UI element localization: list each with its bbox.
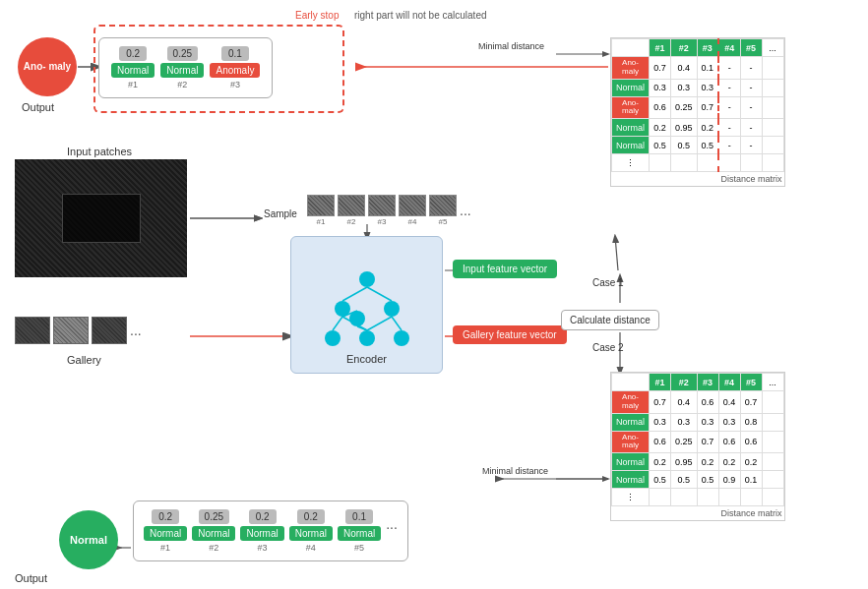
top-r3c2: 0.25 [671,96,698,119]
result-value-1: 0.2 [119,46,147,61]
sample-patch-col-1: #1 [307,195,335,226]
top-r4c1: 0.2 [650,119,671,137]
bot-r1c1: 0.7 [650,391,671,414]
top-r2c2: 0.3 [671,79,698,96]
top-r5c5: - [740,137,762,154]
sample-num-2: #2 [347,217,356,226]
sample-num-5: #5 [439,217,448,226]
minimal-distance-bottom-label: Minimal distance [482,466,548,476]
bottom-matrix-table: #1 #2 #3 #4 #5 ... Ano-maly 0.7 0.4 0.6 … [611,373,784,506]
sample-num-3: #3 [378,217,387,226]
bottom-result-bar: 0.2 Normal #1 0.25 Normal #2 0.2 Normal … [133,501,408,561]
sample-patch-1 [307,195,335,216]
bottom-result-num-3: #3 [258,543,268,553]
bottom-result-item-4: 0.2 Normal #4 [289,509,333,553]
gallery-feature-vector-label: Gallery feature vector [453,325,567,344]
top-r4c5: - [740,119,762,137]
top-matrix-table: #1 #2 #3 #4 #5 ... Ano-maly 0.7 0.4 0.1 … [611,38,784,172]
sample-label: Sample [264,208,297,219]
bot-r3c3: 0.7 [697,431,718,453]
sample-patch-4 [399,195,426,216]
table-row: Ano-maly 0.7 0.4 0.1 - - [612,57,784,80]
bot-matrix-header-2: #2 [671,374,698,391]
result-value-3: 0.1 [221,46,249,61]
table-row: Normal 0.2 0.95 0.2 0.2 0.2 [612,453,784,471]
bot-r1c3: 0.6 [697,391,718,414]
bottom-result-value-5: 0.1 [345,509,373,524]
bot-r3c2: 0.25 [671,431,698,453]
sample-patch-col-5: #5 [429,195,457,226]
top-r5c3: 0.5 [697,137,718,154]
distance-matrix-top: #1 #2 #3 #4 #5 ... Ano-maly 0.7 0.4 0.1 … [610,37,785,187]
main-image-dark-region [62,194,141,243]
bottom-result-item-2: 0.25 Normal #2 [192,509,235,553]
gallery-patch-1 [15,317,50,344]
sample-patch-col-4: #4 [399,195,426,226]
bottom-result-num-4: #4 [306,543,316,553]
top-r5c2: 0.5 [671,137,698,154]
bot-r4c2: 0.95 [671,453,698,471]
minimal-distance-top-label: Minimal distance [478,41,544,51]
top-r2c4: - [718,79,740,96]
top-r5c6 [762,137,783,154]
bottom-result-num-2: #2 [209,543,218,553]
gallery-patch-2 [53,317,89,344]
table-row: Ano-maly 0.7 0.4 0.6 0.4 0.7 [612,391,784,414]
sample-patch-3 [368,195,396,216]
table-row: ⋮ [612,489,784,506]
top-r4c3: 0.2 [697,119,718,137]
gallery-patch-3 [92,317,127,344]
bot-r1c5: 0.7 [740,391,762,414]
gallery-label: Gallery [67,354,101,366]
normal-circle-label: Normal [70,534,107,546]
top-row3-label: Ano-maly [612,96,650,119]
bottom-result-label-2: Normal [192,526,235,541]
bottom-result-value-3: 0.2 [249,509,277,524]
bottom-result-label-3: Normal [240,526,283,541]
bottom-result-dots: ... [386,516,398,546]
result-label-anomaly-3: Anomaly [210,63,260,78]
bottom-result-label-5: Normal [338,526,381,541]
bot-r5c3: 0.5 [697,471,718,489]
anomaly-circle-label: Ano- maly [24,61,71,73]
bot-r3c5: 0.6 [740,431,762,453]
top-r5c4: - [718,137,740,154]
svg-point-20 [394,330,409,346]
sample-patch-5 [429,195,457,216]
bot-r4c4: 0.2 [718,453,740,471]
top-matrix-header-1: #1 [650,39,671,57]
top-r2c3: 0.3 [697,79,718,96]
result-num-1: #1 [128,80,138,89]
bot-r2c2: 0.3 [671,413,698,431]
bot-r2c3: 0.3 [697,413,718,431]
svg-line-7 [615,236,618,270]
bot-vdots: ⋮ [612,489,650,506]
top-r2c5: - [740,79,762,96]
svg-point-19 [359,330,375,346]
bottom-result-item-5: 0.1 Normal #5 [338,509,381,553]
svg-line-27 [392,317,402,330]
bot-r5c6 [762,471,783,489]
bot-r3c4: 0.6 [718,431,740,453]
top-r2c1: 0.3 [650,79,671,96]
bot-r1c4: 0.4 [718,391,740,414]
bottom-result-num-1: #1 [160,543,170,553]
sample-patch-col-3: #3 [368,195,396,226]
svg-point-18 [325,330,341,346]
input-feature-vector-label: Input feature vector [453,260,557,278]
top-r3c5: - [740,96,762,119]
bottom-result-num-5: #5 [354,543,364,553]
result-item-2: 0.25 Normal #2 [160,46,204,89]
bot-row3-label: Ano-maly [612,431,650,453]
table-row: Ano-maly 0.6 0.25 0.7 0.6 0.6 [612,431,784,453]
result-value-2: 0.25 [167,46,198,61]
sample-num-1: #1 [317,217,326,226]
bot-r2c4: 0.3 [718,413,740,431]
bot-r5c5: 0.1 [740,471,762,489]
top-r3c6 [762,96,783,119]
bot-row4-label: Normal [612,453,650,471]
bot-r1c6 [762,391,783,414]
bot-r4c3: 0.2 [697,453,718,471]
bot-matrix-header-5: #5 [740,374,762,391]
top-row1-label: Ano-maly [612,57,650,80]
